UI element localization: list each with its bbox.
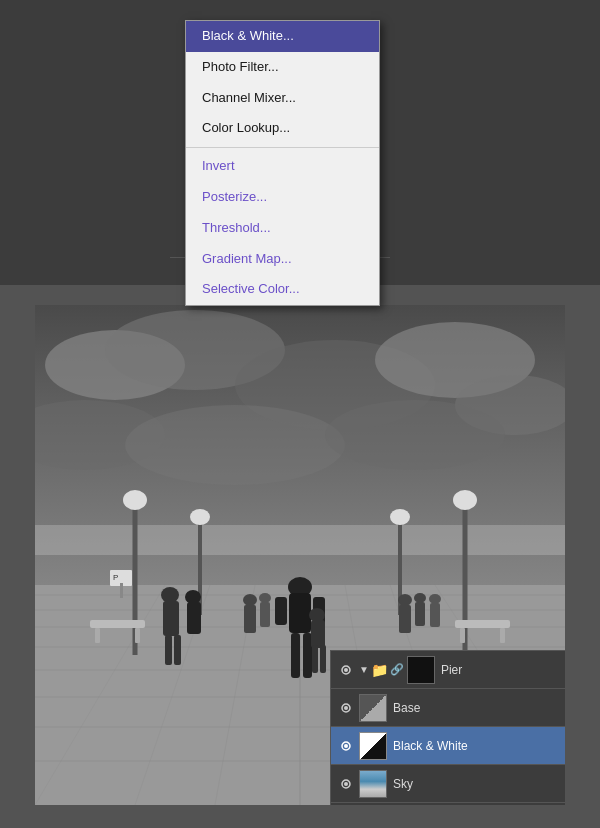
svg-rect-42: [275, 597, 287, 625]
svg-rect-63: [430, 603, 440, 627]
canvas-image: P ▼ 📁 🔗 Pier: [35, 305, 565, 805]
layer-row-base[interactable]: Base: [331, 689, 565, 727]
svg-rect-47: [320, 645, 326, 673]
svg-rect-46: [312, 645, 318, 673]
menu-item-color-lookup[interactable]: Color Lookup...: [186, 113, 379, 144]
svg-rect-65: [95, 628, 100, 643]
svg-rect-50: [165, 635, 172, 665]
svg-point-80: [344, 782, 348, 786]
menu-item-photo-filter[interactable]: Photo Filter...: [186, 52, 379, 83]
thumb-base: [359, 694, 387, 722]
layer-row-pier[interactable]: ▼ 📁 🔗 Pier: [331, 651, 565, 689]
layer-name-base: Base: [393, 701, 559, 715]
top-panel: Black & White... Photo Filter... Channel…: [0, 0, 600, 285]
menu-item-gradient-map[interactable]: Gradient Map...: [186, 244, 379, 275]
svg-point-74: [344, 668, 348, 672]
svg-rect-59: [399, 605, 411, 633]
svg-point-31: [123, 490, 147, 510]
menu-item-threshold[interactable]: Threshold...: [186, 213, 379, 244]
svg-rect-55: [244, 605, 256, 633]
layers-panel: ▼ 📁 🔗 Pier Base: [330, 650, 565, 805]
svg-rect-40: [291, 633, 300, 678]
menu-item-posterize[interactable]: Posterize...: [186, 182, 379, 213]
thumb-sky: [359, 770, 387, 798]
svg-point-44: [309, 608, 325, 622]
menu-item-selective-color[interactable]: Selective Color...: [186, 274, 379, 305]
svg-point-56: [259, 593, 271, 603]
svg-point-48: [161, 587, 179, 603]
layer-row-sky[interactable]: Sky: [331, 765, 565, 803]
thumb-pier: [407, 656, 435, 684]
svg-rect-71: [120, 583, 123, 598]
svg-point-12: [125, 405, 345, 485]
svg-rect-64: [90, 620, 145, 628]
svg-rect-39: [289, 593, 311, 633]
svg-point-33: [190, 509, 210, 525]
svg-point-52: [185, 590, 201, 604]
visibility-base[interactable]: [337, 699, 355, 717]
svg-point-62: [429, 594, 441, 604]
svg-rect-68: [460, 628, 465, 643]
visibility-sky[interactable]: [337, 775, 355, 793]
svg-point-78: [344, 744, 348, 748]
layer-row-bw[interactable]: Black & White: [331, 727, 565, 765]
svg-point-60: [414, 593, 426, 603]
svg-rect-45: [311, 620, 325, 648]
layer-name-sky: Sky: [393, 777, 559, 791]
svg-point-13: [325, 400, 505, 470]
thumb-bw: [359, 732, 387, 760]
folder-pier: 📁: [371, 662, 388, 678]
svg-point-35: [453, 490, 477, 510]
menu-item-channel-mixer[interactable]: Channel Mixer...: [186, 83, 379, 114]
svg-rect-61: [415, 602, 425, 626]
svg-text:P: P: [113, 573, 118, 582]
main-canvas: P ▼ 📁 🔗 Pier: [0, 285, 600, 828]
menu-item-bw[interactable]: Black & White...: [186, 21, 379, 52]
svg-rect-66: [135, 628, 140, 643]
svg-point-76: [344, 706, 348, 710]
svg-rect-51: [174, 635, 181, 665]
menu-item-invert[interactable]: Invert: [186, 151, 379, 182]
svg-rect-41: [303, 633, 312, 678]
visibility-bw[interactable]: [337, 737, 355, 755]
visibility-pier[interactable]: [337, 661, 355, 679]
svg-rect-67: [455, 620, 510, 628]
svg-point-58: [398, 594, 412, 606]
layer-name-pier: Pier: [441, 663, 559, 677]
layer-expand-pier[interactable]: ▼: [359, 664, 369, 675]
layer-name-bw: Black & White: [393, 739, 559, 753]
chain-pier: 🔗: [390, 663, 404, 676]
svg-point-37: [390, 509, 410, 525]
svg-rect-49: [163, 601, 179, 636]
svg-rect-57: [260, 602, 270, 627]
svg-point-54: [243, 594, 257, 606]
adjustment-dropdown[interactable]: Black & White... Photo Filter... Channel…: [185, 20, 380, 306]
menu-divider: [186, 147, 379, 148]
svg-rect-14: [35, 525, 565, 555]
svg-rect-69: [500, 628, 505, 643]
svg-rect-53: [187, 602, 201, 634]
